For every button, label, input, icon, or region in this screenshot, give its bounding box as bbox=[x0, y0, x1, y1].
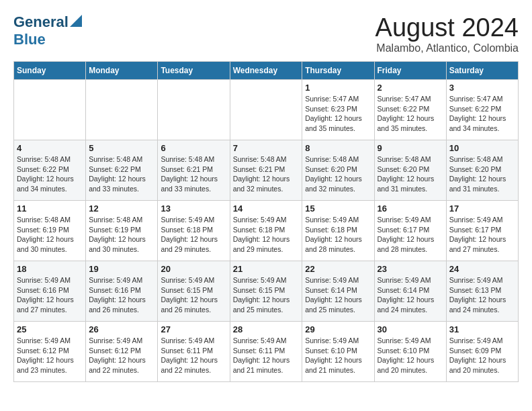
day-content: Sunrise: 5:49 AM Sunset: 6:18 PM Dayligh… bbox=[305, 215, 371, 255]
day-content: Sunrise: 5:49 AM Sunset: 6:15 PM Dayligh… bbox=[233, 275, 300, 315]
day-content: Sunrise: 5:49 AM Sunset: 6:18 PM Dayligh… bbox=[161, 215, 226, 255]
calendar-cell: 27Sunrise: 5:49 AM Sunset: 6:11 PM Dayli… bbox=[158, 322, 230, 382]
calendar-cell bbox=[14, 80, 86, 140]
location-subtitle: Malambo, Atlantico, Colombia bbox=[375, 42, 519, 54]
day-number: 26 bbox=[89, 324, 154, 334]
day-content: Sunrise: 5:49 AM Sunset: 6:12 PM Dayligh… bbox=[89, 336, 154, 375]
calendar-cell: 6Sunrise: 5:48 AM Sunset: 6:21 PM Daylig… bbox=[158, 140, 230, 201]
calendar-cell: 14Sunrise: 5:49 AM Sunset: 6:18 PM Dayli… bbox=[230, 201, 302, 261]
day-number: 17 bbox=[449, 203, 515, 214]
calendar-cell: 17Sunrise: 5:49 AM Sunset: 6:17 PM Dayli… bbox=[446, 201, 518, 261]
day-number: 2 bbox=[378, 83, 443, 93]
day-number: 25 bbox=[17, 324, 83, 334]
day-number: 4 bbox=[17, 143, 83, 153]
calendar-week-row: 1Sunrise: 5:47 AM Sunset: 6:23 PM Daylig… bbox=[14, 80, 519, 140]
day-content: Sunrise: 5:49 AM Sunset: 6:16 PM Dayligh… bbox=[89, 275, 154, 315]
calendar-cell: 24Sunrise: 5:49 AM Sunset: 6:13 PM Dayli… bbox=[446, 261, 518, 322]
day-number: 15 bbox=[305, 203, 371, 214]
day-number: 5 bbox=[89, 143, 154, 153]
calendar-table: SundayMondayTuesdayWednesdayThursdayFrid… bbox=[13, 61, 519, 382]
calendar-cell: 15Sunrise: 5:49 AM Sunset: 6:18 PM Dayli… bbox=[302, 201, 374, 261]
logo: General Blue bbox=[13, 13, 82, 48]
calendar-cell bbox=[86, 80, 158, 140]
day-number: 29 bbox=[305, 324, 371, 334]
day-content: Sunrise: 5:48 AM Sunset: 6:22 PM Dayligh… bbox=[17, 154, 83, 194]
calendar-cell: 26Sunrise: 5:49 AM Sunset: 6:12 PM Dayli… bbox=[86, 322, 158, 382]
day-number: 31 bbox=[449, 324, 515, 334]
day-content: Sunrise: 5:48 AM Sunset: 6:21 PM Dayligh… bbox=[161, 154, 226, 194]
day-number: 27 bbox=[161, 324, 226, 334]
day-number: 21 bbox=[233, 264, 300, 274]
calendar-cell bbox=[158, 80, 230, 140]
calendar-cell: 16Sunrise: 5:49 AM Sunset: 6:17 PM Dayli… bbox=[374, 201, 446, 261]
day-number: 20 bbox=[161, 264, 226, 274]
logo-general: General bbox=[13, 13, 69, 31]
day-number: 23 bbox=[378, 264, 443, 274]
calendar-cell: 20Sunrise: 5:49 AM Sunset: 6:15 PM Dayli… bbox=[158, 261, 230, 322]
calendar-cell: 11Sunrise: 5:48 AM Sunset: 6:19 PM Dayli… bbox=[14, 201, 86, 261]
calendar-cell: 8Sunrise: 5:48 AM Sunset: 6:20 PM Daylig… bbox=[302, 140, 374, 201]
day-number: 12 bbox=[89, 203, 154, 214]
day-content: Sunrise: 5:49 AM Sunset: 6:11 PM Dayligh… bbox=[233, 336, 300, 375]
calendar-cell: 5Sunrise: 5:48 AM Sunset: 6:22 PM Daylig… bbox=[86, 140, 158, 201]
day-number: 7 bbox=[233, 143, 300, 153]
day-content: Sunrise: 5:49 AM Sunset: 6:17 PM Dayligh… bbox=[449, 215, 515, 255]
calendar-cell: 23Sunrise: 5:49 AM Sunset: 6:14 PM Dayli… bbox=[374, 261, 446, 322]
day-content: Sunrise: 5:49 AM Sunset: 6:14 PM Dayligh… bbox=[305, 275, 371, 315]
day-number: 13 bbox=[161, 203, 226, 214]
calendar-cell: 21Sunrise: 5:49 AM Sunset: 6:15 PM Dayli… bbox=[230, 261, 302, 322]
calendar-week-row: 11Sunrise: 5:48 AM Sunset: 6:19 PM Dayli… bbox=[14, 201, 519, 261]
day-number: 22 bbox=[305, 264, 371, 274]
month-year-title: August 2024 bbox=[375, 13, 519, 42]
calendar-cell: 13Sunrise: 5:49 AM Sunset: 6:18 PM Dayli… bbox=[158, 201, 230, 261]
day-number: 10 bbox=[449, 143, 515, 153]
day-number: 9 bbox=[378, 143, 443, 153]
day-content: Sunrise: 5:49 AM Sunset: 6:11 PM Dayligh… bbox=[161, 336, 226, 375]
day-number: 3 bbox=[449, 83, 515, 93]
calendar-cell: 25Sunrise: 5:49 AM Sunset: 6:12 PM Dayli… bbox=[14, 322, 86, 382]
day-content: Sunrise: 5:48 AM Sunset: 6:19 PM Dayligh… bbox=[89, 215, 154, 255]
calendar-header-row: SundayMondayTuesdayWednesdayThursdayFrid… bbox=[14, 62, 519, 80]
calendar-cell: 10Sunrise: 5:48 AM Sunset: 6:20 PM Dayli… bbox=[446, 140, 518, 201]
day-content: Sunrise: 5:48 AM Sunset: 6:19 PM Dayligh… bbox=[17, 215, 83, 255]
day-content: Sunrise: 5:49 AM Sunset: 6:17 PM Dayligh… bbox=[378, 215, 443, 255]
calendar-week-row: 25Sunrise: 5:49 AM Sunset: 6:12 PM Dayli… bbox=[14, 322, 519, 382]
day-content: Sunrise: 5:48 AM Sunset: 6:22 PM Dayligh… bbox=[89, 154, 154, 194]
day-content: Sunrise: 5:49 AM Sunset: 6:18 PM Dayligh… bbox=[233, 215, 300, 255]
calendar-cell: 19Sunrise: 5:49 AM Sunset: 6:16 PM Dayli… bbox=[86, 261, 158, 322]
day-content: Sunrise: 5:47 AM Sunset: 6:22 PM Dayligh… bbox=[378, 94, 443, 134]
day-header-thursday: Thursday bbox=[302, 62, 374, 80]
day-number: 18 bbox=[17, 264, 83, 274]
day-header-saturday: Saturday bbox=[446, 62, 518, 80]
day-header-sunday: Sunday bbox=[14, 62, 86, 80]
logo-triangle-icon bbox=[70, 15, 82, 27]
svg-marker-0 bbox=[70, 15, 82, 27]
calendar-cell: 22Sunrise: 5:49 AM Sunset: 6:14 PM Dayli… bbox=[302, 261, 374, 322]
day-number: 11 bbox=[17, 203, 83, 214]
day-content: Sunrise: 5:48 AM Sunset: 6:21 PM Dayligh… bbox=[233, 154, 300, 194]
day-header-wednesday: Wednesday bbox=[230, 62, 302, 80]
calendar-cell: 1Sunrise: 5:47 AM Sunset: 6:23 PM Daylig… bbox=[302, 80, 374, 140]
calendar-cell: 7Sunrise: 5:48 AM Sunset: 6:21 PM Daylig… bbox=[230, 140, 302, 201]
day-number: 14 bbox=[233, 203, 300, 214]
day-content: Sunrise: 5:49 AM Sunset: 6:14 PM Dayligh… bbox=[378, 275, 443, 315]
day-content: Sunrise: 5:47 AM Sunset: 6:22 PM Dayligh… bbox=[449, 94, 515, 134]
calendar-cell: 2Sunrise: 5:47 AM Sunset: 6:22 PM Daylig… bbox=[374, 80, 446, 140]
day-content: Sunrise: 5:48 AM Sunset: 6:20 PM Dayligh… bbox=[449, 154, 515, 194]
calendar-cell: 3Sunrise: 5:47 AM Sunset: 6:22 PM Daylig… bbox=[446, 80, 518, 140]
title-area: August 2024 Malambo, Atlantico, Colombia bbox=[375, 13, 519, 54]
day-content: Sunrise: 5:49 AM Sunset: 6:10 PM Dayligh… bbox=[305, 336, 371, 375]
header: General Blue August 2024 Malambo, Atlant… bbox=[13, 13, 519, 54]
day-content: Sunrise: 5:49 AM Sunset: 6:13 PM Dayligh… bbox=[449, 275, 515, 315]
day-header-tuesday: Tuesday bbox=[158, 62, 230, 80]
calendar-cell: 4Sunrise: 5:48 AM Sunset: 6:22 PM Daylig… bbox=[14, 140, 86, 201]
day-header-monday: Monday bbox=[86, 62, 158, 80]
day-content: Sunrise: 5:49 AM Sunset: 6:10 PM Dayligh… bbox=[378, 336, 443, 375]
calendar-week-row: 4Sunrise: 5:48 AM Sunset: 6:22 PM Daylig… bbox=[14, 140, 519, 201]
day-number: 16 bbox=[378, 203, 443, 214]
day-number: 24 bbox=[449, 264, 515, 274]
day-number: 19 bbox=[89, 264, 154, 274]
calendar-cell: 9Sunrise: 5:48 AM Sunset: 6:20 PM Daylig… bbox=[374, 140, 446, 201]
calendar-cell bbox=[230, 80, 302, 140]
calendar-cell: 31Sunrise: 5:49 AM Sunset: 6:09 PM Dayli… bbox=[446, 322, 518, 382]
